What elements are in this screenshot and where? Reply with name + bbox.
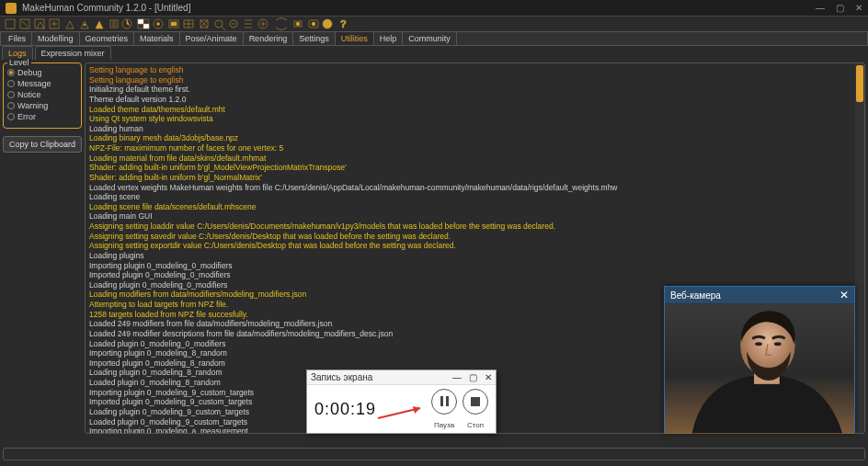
svg-point-30 <box>774 342 782 346</box>
stop-label: Стоп <box>467 421 484 429</box>
pause-icon <box>440 396 449 406</box>
scrollbar-thumb[interactable] <box>856 65 863 102</box>
window-controls: — ▢ ✕ <box>816 3 862 13</box>
log-line: Importing plugin 0_modeling_0_modifiers <box>89 261 855 271</box>
copy-to-clipboard-button[interactable]: Copy to Clipboard <box>3 136 82 153</box>
svg-point-19 <box>296 22 300 26</box>
minimize-button[interactable]: — <box>816 3 825 13</box>
webcam-video <box>665 303 854 434</box>
title-bar: MakeHuman Community 1.2.0 - [Untitled] —… <box>0 0 868 17</box>
recorder-titlebar[interactable]: Запись экрана — ▢ ✕ <box>307 370 496 385</box>
log-line: Loading main GUI <box>89 211 855 222</box>
sidebar: Level DebugMessageNoticeWarningError Cop… <box>0 60 85 437</box>
log-line: NPZ-File: maximimum number of faces for … <box>89 143 855 153</box>
log-line: Assigning setting savedir value C:/Users… <box>89 232 855 242</box>
svg-rect-9 <box>143 24 149 28</box>
svg-point-15 <box>215 20 223 28</box>
tab-help[interactable]: Help <box>374 32 404 45</box>
level-option-label: Warning <box>17 101 48 110</box>
level-option-notice[interactable]: Notice <box>7 89 77 100</box>
tab-utilities[interactable]: Utilities <box>336 32 374 45</box>
sub-tabs: LogsExpression mixer <box>0 46 868 60</box>
main-tabs: FilesModellingGeometriesMaterialsPose/An… <box>0 31 868 46</box>
tab-modelling[interactable]: Modelling <box>32 32 80 45</box>
log-line: Assigning setting exportdir value C:/Use… <box>89 241 855 251</box>
radio-icon <box>7 113 15 120</box>
log-line: Loaded theme data/themes/default.mht <box>89 105 855 115</box>
log-line: Loading plugins <box>89 251 855 261</box>
radio-icon <box>7 80 15 87</box>
log-line: Loading scene <box>89 192 855 202</box>
log-line: Loading material from file data/skins/de… <box>89 153 855 164</box>
vertical-scrollbar[interactable] <box>855 63 864 433</box>
log-line: Shader: adding built-in uniform b'gl_Mod… <box>89 163 855 173</box>
tab-geometries[interactable]: Geometries <box>80 32 135 45</box>
svg-point-4 <box>84 24 86 26</box>
log-line: Assigning setting loaddir value C:/Users… <box>89 222 855 232</box>
level-option-label: Debug <box>17 68 42 77</box>
log-line: Loaded vertex weights MakeHuman weights … <box>89 183 855 193</box>
log-line: Loading scene file data/scenes/default.m… <box>89 202 855 212</box>
main-toolbar: ? <box>0 17 868 31</box>
level-option-label: Message <box>17 79 51 88</box>
maximize-button[interactable]: ▢ <box>836 3 844 13</box>
tab-settings[interactable]: Settings <box>293 32 336 45</box>
svg-point-21 <box>312 22 315 26</box>
recorder-close-button[interactable]: ✕ <box>485 372 492 382</box>
svg-point-22 <box>323 19 332 28</box>
radio-icon <box>7 91 15 98</box>
webcam-close-button[interactable]: ✕ <box>839 289 849 301</box>
svg-marker-25 <box>413 406 420 414</box>
level-option-debug[interactable]: Debug <box>7 67 77 78</box>
window-title: MakeHuman Community 1.2.0 - [Untitled] <box>22 3 816 13</box>
tab-rendering[interactable]: Rendering <box>244 32 294 45</box>
log-line: Shader: adding built-in uniform b'gl_Nor… <box>89 173 855 183</box>
stop-button[interactable] <box>463 389 488 415</box>
screen-recorder-window[interactable]: Запись экрана — ▢ ✕ 0:00:19 Пауза Стоп <box>306 369 497 434</box>
level-panel: Level DebugMessageNoticeWarningError <box>3 63 82 129</box>
svg-rect-8 <box>138 19 143 24</box>
radio-icon <box>7 69 15 76</box>
recorder-minimize-button[interactable]: — <box>452 372 462 382</box>
horizontal-scrollbar[interactable] <box>3 448 865 460</box>
level-option-warning[interactable]: Warning <box>7 100 77 111</box>
log-line: Using Qt system style windowsvista <box>89 114 855 124</box>
pause-label: Пауза <box>434 421 454 429</box>
app-icon <box>6 3 17 14</box>
close-button[interactable]: ✕ <box>855 3 862 13</box>
subtab-expressionmixer[interactable]: Expression mixer <box>35 46 111 60</box>
radio-icon <box>7 102 15 109</box>
tab-materials[interactable]: Materials <box>134 32 180 45</box>
pause-button[interactable] <box>431 389 457 415</box>
tab-community[interactable]: Community <box>403 32 457 45</box>
stop-icon <box>471 397 480 406</box>
log-line: Initializing default theme first. <box>89 85 855 95</box>
webcam-title: Веб-камера <box>670 290 721 301</box>
log-line: Loading binary mesh data/3dobjs/base.npz <box>89 133 855 143</box>
tab-files[interactable]: Files <box>3 32 32 45</box>
level-option-label: Error <box>17 112 36 121</box>
tab-poseanimate[interactable]: Pose/Animate <box>180 32 244 45</box>
svg-text:?: ? <box>340 18 347 29</box>
log-line: Setting language to english <box>89 75 855 85</box>
webcam-window[interactable]: Веб-камера ✕ <box>664 286 855 433</box>
toolbar-icons[interactable]: ? <box>4 17 555 30</box>
log-line: Loading human <box>89 124 855 134</box>
log-line: Setting language to english <box>89 65 855 75</box>
level-option-error[interactable]: Error <box>7 111 77 122</box>
annotation-arrow <box>376 405 431 422</box>
level-option-label: Notice <box>17 90 41 99</box>
svg-rect-0 <box>6 19 15 28</box>
recorder-body: 0:00:19 Пауза Стоп <box>307 385 496 434</box>
svg-point-29 <box>755 342 762 346</box>
level-panel-title: Level <box>7 58 31 67</box>
recorder-title: Запись экрана <box>311 372 372 382</box>
log-line: Imported plugin 0_modeling_0_modifiers <box>89 270 855 280</box>
svg-rect-13 <box>171 22 177 26</box>
svg-point-11 <box>157 23 160 26</box>
recorder-maximize-button[interactable]: ▢ <box>469 372 477 382</box>
log-line: Theme default version 1.2.0 <box>89 95 855 105</box>
level-option-message[interactable]: Message <box>7 78 77 89</box>
webcam-titlebar[interactable]: Веб-камера ✕ <box>665 287 854 303</box>
